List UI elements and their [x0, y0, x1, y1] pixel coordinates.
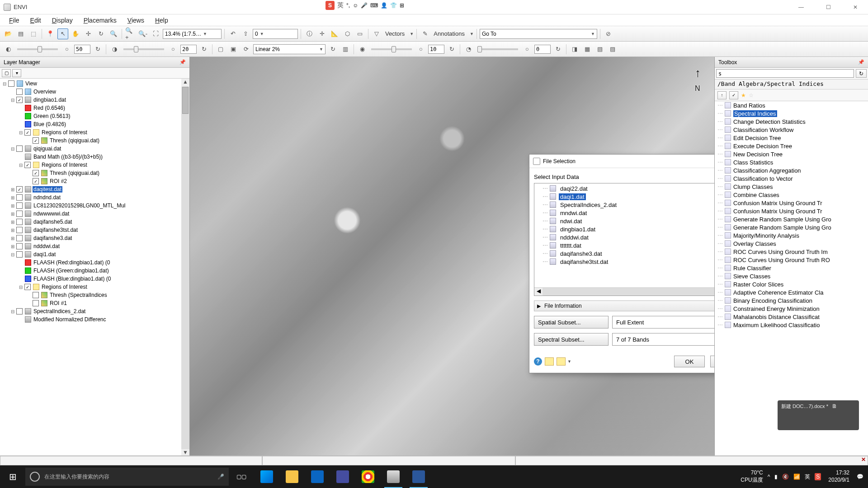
toolbox-item[interactable]: ⋯Change Detection Statistics: [715, 117, 868, 126]
sharpen-input[interactable]: [428, 45, 444, 54]
expander-icon[interactable]: ⊟: [18, 130, 24, 135]
layer-tool-b[interactable]: ▾: [12, 69, 21, 77]
pin-icon[interactable]: 📌: [179, 59, 186, 65]
tree-row[interactable]: FLAASH (Blue:dingbiao1.dat) (0: [0, 275, 189, 283]
star-outline-icon[interactable]: ☆: [749, 92, 754, 99]
star-icon[interactable]: ★: [741, 92, 746, 99]
toolbox-item[interactable]: ⋯Adaptive Coherence Estimator Cla: [715, 288, 868, 296]
tree-checkbox[interactable]: [16, 97, 23, 103]
undo-icon[interactable]: ↶: [227, 28, 238, 39]
contrast-icon[interactable]: ◑: [109, 44, 120, 55]
data-manager-icon[interactable]: ▤: [15, 28, 26, 39]
roi-tool-icon[interactable]: ⬡: [342, 28, 353, 39]
pin-icon[interactable]: 📍: [45, 28, 56, 39]
expander-icon[interactable]: ⊟: [2, 81, 7, 86]
tree-checkbox[interactable]: [33, 178, 39, 184]
map-viewport[interactable]: ↑N File Selection ✕ Select Input Data ⋯d…: [190, 57, 714, 465]
mic-icon[interactable]: 🎤: [217, 474, 224, 480]
tree-row[interactable]: ⊟Regions of Interest: [0, 283, 189, 291]
brightness-input[interactable]: [74, 45, 90, 54]
zoom-icon[interactable]: 🔍: [108, 28, 119, 39]
sharpen-slider[interactable]: [371, 48, 412, 50]
sharpen-reset-icon[interactable]: ↻: [446, 44, 457, 55]
transparency-reset-icon[interactable]: ↻: [552, 44, 563, 55]
zoom-out-icon[interactable]: 🔍-: [137, 28, 148, 39]
expander-icon[interactable]: ⊞: [10, 187, 15, 192]
open-icon[interactable]: 📂: [3, 28, 14, 39]
expander-icon[interactable]: ⊞: [10, 228, 15, 233]
open-folder-icon[interactable]: [545, 357, 554, 366]
file-row[interactable]: ⋯dingbiao1.dat: [534, 225, 714, 233]
vectors-label[interactable]: Vectors: [384, 30, 406, 37]
toolbox-item[interactable]: ⋯Constrained Energy Minimization: [715, 305, 868, 313]
taskbar-chrome[interactable]: [355, 465, 381, 488]
portal-icon[interactable]: ◨: [569, 44, 580, 55]
chip-icon[interactable]: ⬚: [28, 28, 39, 39]
toolbox-item[interactable]: ⋯Confusion Matrix Using Ground Tr: [715, 207, 868, 215]
histogram-icon[interactable]: ▥: [340, 44, 351, 55]
toolbox-search-input[interactable]: [716, 69, 854, 78]
stop-icon[interactable]: ⊘: [603, 28, 614, 39]
tree-row[interactable]: Thresh (SpectralIndices: [0, 291, 189, 299]
file-list-hscroll[interactable]: ◀▶: [534, 287, 714, 296]
toolbox-item[interactable]: ⋯ROC Curves Using Ground Truth RO: [715, 256, 868, 264]
tree-checkbox[interactable]: [16, 308, 23, 314]
tree-row[interactable]: ⊞daqifanshe3.dat: [0, 234, 189, 242]
help-icon[interactable]: ?: [534, 357, 542, 366]
toolbox-item[interactable]: ⋯Raster Color Slices: [715, 280, 868, 288]
zoom-combo[interactable]: 13.4% (1:7.5…▼: [163, 29, 222, 39]
close-button[interactable]: ✕: [846, 2, 864, 13]
transparency-input[interactable]: [534, 45, 551, 54]
tree-row[interactable]: ⊟qiqiguai.dat: [0, 145, 189, 153]
tree-row[interactable]: ROI #1: [0, 299, 189, 307]
tree-row[interactable]: ⊟SpectralIndices_2.dat: [0, 307, 189, 315]
sharpen-icon[interactable]: ◉: [357, 44, 368, 55]
contrast-reset-icon[interactable]: ↻: [198, 44, 209, 55]
tree-checkbox[interactable]: [33, 300, 39, 306]
task-view-icon[interactable]: ▢▢: [229, 465, 254, 488]
toolbox-item[interactable]: ⋯Maximum Likelihood Classificatio: [715, 321, 868, 329]
spectral-subset-button[interactable]: Spectral Subset...: [534, 333, 609, 346]
toolbox-refresh-button[interactable]: ↻: [856, 69, 867, 78]
file-row[interactable]: ⋯ndwi.dat: [534, 217, 714, 225]
expander-icon[interactable]: ⊞: [10, 244, 15, 249]
tree-row[interactable]: ⊞daqitest.dat: [0, 185, 189, 193]
tree-checkbox[interactable]: [16, 211, 23, 217]
toolbox-item[interactable]: ⋯Classification Aggregation: [715, 166, 868, 174]
stretch-combo[interactable]: Linear 2%▼: [253, 44, 326, 54]
tree-checkbox[interactable]: [16, 145, 23, 152]
spatial-subset-button[interactable]: Spatial Subset...: [534, 316, 609, 328]
expander-icon[interactable]: ⊞: [10, 211, 15, 216]
brightness-icon[interactable]: ◐: [3, 44, 14, 55]
tree-checkbox[interactable]: [16, 186, 23, 192]
contrast-input[interactable]: [180, 45, 197, 54]
toolbox-item[interactable]: ⋯Mahalanobis Distance Classificat: [715, 313, 868, 321]
toolbox-check-icon[interactable]: ✓: [729, 91, 738, 99]
toolbox-item[interactable]: ⋯Band Ratios: [715, 101, 868, 109]
file-row[interactable]: ⋯daqifanshe3.dat: [534, 249, 714, 258]
tree-row[interactable]: ⊞ndddwi.dat: [0, 242, 189, 250]
tree-vscroll[interactable]: ▲▼: [181, 79, 189, 457]
toolbox-item[interactable]: ⋯New Decision Tree: [715, 150, 868, 158]
menu-help[interactable]: Help: [151, 16, 173, 25]
toolbox-item[interactable]: ⋯Sieve Classes: [715, 272, 868, 280]
toolbox-item[interactable]: ⋯Class Statistics: [715, 158, 868, 166]
menu-display[interactable]: Display: [47, 16, 77, 25]
file-row[interactable]: ⋯ttttttt.dat: [534, 241, 714, 249]
tree-row[interactable]: ⊞daqifanshe5.dat: [0, 218, 189, 226]
tree-row[interactable]: Red (0.6546): [0, 104, 189, 112]
tree-row[interactable]: FLAASH (Red:dingbiao1.dat) (0: [0, 258, 189, 267]
tree-checkbox[interactable]: [33, 137, 39, 144]
layer-tree[interactable]: ⊟ViewOverview⊟dingbiao1.datRed (0.6546)G…: [0, 79, 189, 457]
annotations-label[interactable]: Annotations: [432, 30, 466, 37]
north-up-icon[interactable]: ⇧: [240, 28, 251, 39]
toolbox-item[interactable]: ⋯Execute Decision Tree: [715, 142, 868, 150]
toolbox-item[interactable]: ⋯Overlay Classes: [715, 239, 868, 248]
toolbox-item[interactable]: ⋯ROC Curves Using Ground Truth Im: [715, 248, 868, 256]
tray-volume-icon[interactable]: 🔇: [782, 474, 789, 480]
expander-icon[interactable]: ⊟: [18, 285, 24, 290]
flicker-icon[interactable]: ▨: [607, 44, 618, 55]
file-row[interactable]: ⋯daqi22.dat: [534, 184, 714, 192]
system-tray[interactable]: 70°C CPU温度 ^ ▮ 🔇 📶 英 S 17:32 2020/9/1 💬: [736, 469, 868, 483]
tray-ime-icon[interactable]: 英: [805, 473, 810, 481]
